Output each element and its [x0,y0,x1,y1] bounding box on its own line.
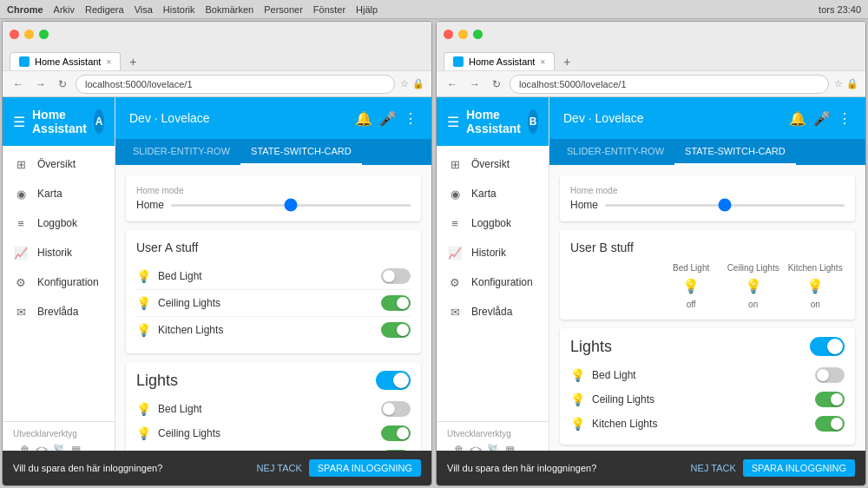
toggle-ceiling-a[interactable] [381,295,411,311]
sidebar-item-config-b[interactable]: ⚙ Konfiguration [437,267,549,297]
reload-button-a[interactable]: ↻ [55,76,70,92]
toggle-bed-a[interactable] [381,268,411,284]
mac-menu-bokmarken[interactable]: Bokmärken [206,4,254,15]
ha-sidebar-header-b: ☰ Home Assistant B [437,97,549,146]
tab-add-a[interactable]: + [126,53,140,70]
browser-address-bar-a: ← → ↻ ☆ 🔒 [3,70,431,96]
star-icon-b[interactable]: ☆ [834,78,843,89]
sidebar-item-overview-a[interactable]: ⊞ Översikt [3,149,115,179]
save-yes-button-b[interactable]: SPARA INLOGGNING [743,459,855,477]
light-icon-bed-a: 💡 [136,402,151,416]
lights-card-b: Lights 💡 Bed Light [560,328,855,445]
mac-menu-hjalp[interactable]: Hjälp [356,4,378,15]
close-dot-b[interactable] [444,30,453,39]
state-card-b: User B stuff Bed Light Ceiling Lights Ki… [560,230,855,320]
maximize-dot-a[interactable] [39,30,49,39]
sidebar-item-log-b[interactable]: ≡ Loggbok [437,208,549,238]
slider-input-b[interactable] [605,204,845,207]
mac-menu-redigera[interactable]: Redigera [85,4,124,15]
tab-state-switch-a[interactable]: STATE-SWITCH-CARD [240,139,362,165]
sidebar-item-history-b[interactable]: 📈 Historik [437,238,549,267]
save-no-button-a[interactable]: NEJ TACK [257,459,302,477]
history-icon-a: 📈 [13,245,29,260]
ha-sidebar-b: ☰ Home Assistant B ⊞ Översikt ◉ Karta ≡ [437,97,549,485]
sidebar-item-log-a[interactable]: ≡ Loggbok [3,208,115,238]
toggle-knob-ceiling-a [397,297,409,309]
reload-button-b[interactable]: ↻ [489,76,504,92]
address-input-b[interactable] [510,75,829,94]
mac-menu-historik[interactable]: Historik [163,4,195,15]
sidebar-item-map-a[interactable]: ◉ Karta [3,179,115,208]
menu-icon-b[interactable]: ☰ [447,114,459,130]
slider-input-a[interactable] [171,204,411,207]
lights-header-a: Lights [136,371,411,390]
sidebar-item-mail-a[interactable]: ✉ Brevlåda [3,297,115,326]
mac-menu-personer[interactable]: Personer [264,4,303,15]
forward-button-b[interactable]: → [466,76,483,92]
sidebar-label-mail-a: Brevlåda [37,306,78,318]
tab-slider-b[interactable]: SLIDER-ENTITY-ROW [556,139,674,165]
address-input-a[interactable] [76,75,395,94]
save-login-text-b: Vill du spara den här inloggningen? [447,463,596,473]
sidebar-item-map-b[interactable]: ◉ Karta [437,179,549,208]
forward-button-a[interactable]: → [32,76,49,92]
mac-menu-visa[interactable]: Visa [135,4,153,15]
dots-icon-a[interactable]: ⋮ [404,110,418,127]
browser-tab-a[interactable]: Home Assistant × [10,52,121,70]
state-card-title-a: User A stuff [136,241,411,254]
sidebar-item-mail-b[interactable]: ✉ Brevlåda [437,297,549,326]
star-icon-a[interactable]: ☆ [400,78,409,89]
state-cols-header: Bed Light Ceiling Lights Kitchen Lights [570,263,845,273]
state-status-kitchen: on [786,300,845,309]
ha-app-a: ☰ Home Assistant A ⊞ Översikt ◉ Karta ≡ [3,97,431,485]
ha-avatar-a[interactable]: A [94,109,104,134]
sidebar-item-config-a[interactable]: ⚙ Konfiguration [3,267,115,297]
mac-menu-arkiv[interactable]: Arkiv [54,4,75,15]
mic-icon-b[interactable]: 🎤 [813,110,831,127]
browser-chrome-b: Home Assistant × + ← → ↻ ☆ 🔒 [437,22,865,97]
state-status-ceiling: on [724,300,783,309]
toggle-kitchen-a[interactable] [381,322,411,338]
light-toggle-kitchen-b[interactable] [815,416,845,432]
bulb-icon-kitchen-a: 💡 [136,323,151,337]
bell-icon-b[interactable]: 🔔 [789,110,806,127]
bell-icon-a[interactable]: 🔔 [355,110,372,127]
light-toggle-ceiling-a[interactable] [381,425,411,441]
maximize-dot-b[interactable] [473,30,483,39]
close-dot-a[interactable] [10,30,19,39]
save-login-btns-b: NEJ TACK SPARA INLOGGNING [691,459,855,477]
tab-close-a[interactable]: × [106,57,111,67]
slider-value-a: Home [136,199,164,211]
mac-menu-fonster[interactable]: Fönster [313,4,345,15]
tab-state-switch-b[interactable]: STATE-SWITCH-CARD [674,139,796,165]
light-toggle-ceiling-b[interactable] [815,392,845,407]
tab-slider-a[interactable]: SLIDER-ENTITY-ROW [122,139,240,165]
ha-app-b: ☰ Home Assistant B ⊞ Översikt ◉ Karta ≡ [437,97,865,485]
back-button-a[interactable]: ← [10,76,27,92]
state-item-bed-a: 💡 Bed Light [136,263,411,290]
save-yes-button-a[interactable]: SPARA INLOGGNING [309,459,421,477]
lights-main-toggle-a[interactable] [376,371,411,390]
history-icon-b: 📈 [447,245,463,260]
sidebar-item-overview-b[interactable]: ⊞ Översikt [437,149,549,179]
back-button-b[interactable]: ← [444,76,461,92]
sidebar-label-config-a: Konfiguration [37,276,99,288]
ha-avatar-b[interactable]: B [528,109,538,134]
ha-topbar-a: Dev · Lovelace 🔔 🎤 ⋮ [115,97,431,139]
menu-icon-a[interactable]: ☰ [13,114,25,130]
sidebar-label-config-b: Konfiguration [471,276,533,288]
light-toggle-bed-a[interactable] [381,401,411,417]
light-toggle-bed-b[interactable] [815,367,845,383]
state-col-bed: Bed Light [661,263,720,273]
tab-close-b[interactable]: × [540,57,545,67]
save-no-button-b[interactable]: NEJ TACK [691,459,736,477]
tab-add-b[interactable]: + [560,53,574,70]
lights-main-toggle-b[interactable] [810,337,845,356]
sidebar-item-history-a[interactable]: 📈 Historik [3,238,115,267]
ha-topbar-title-b: Dev · Lovelace [563,111,782,125]
minimize-dot-a[interactable] [24,30,34,39]
dots-icon-b[interactable]: ⋮ [838,110,852,127]
minimize-dot-b[interactable] [458,30,468,39]
browser-tab-b[interactable]: Home Assistant × [444,52,555,70]
mic-icon-a[interactable]: 🎤 [379,110,397,127]
